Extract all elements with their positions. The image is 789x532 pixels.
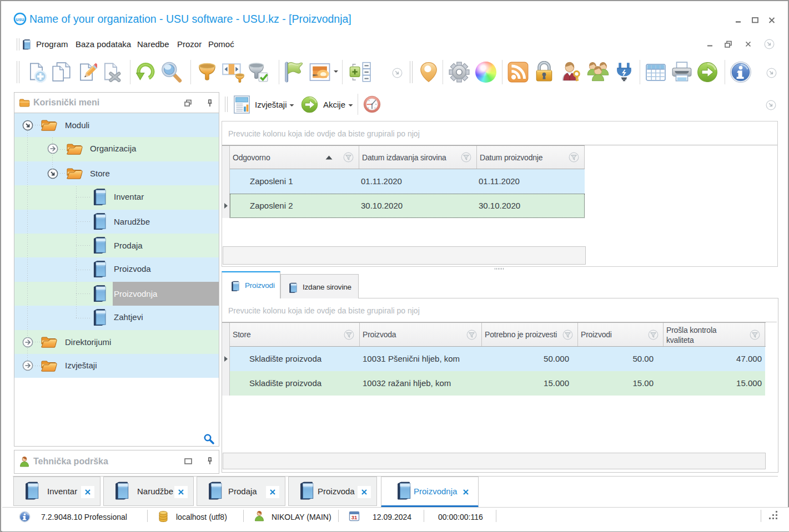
svg-text:usu: usu xyxy=(16,17,24,22)
